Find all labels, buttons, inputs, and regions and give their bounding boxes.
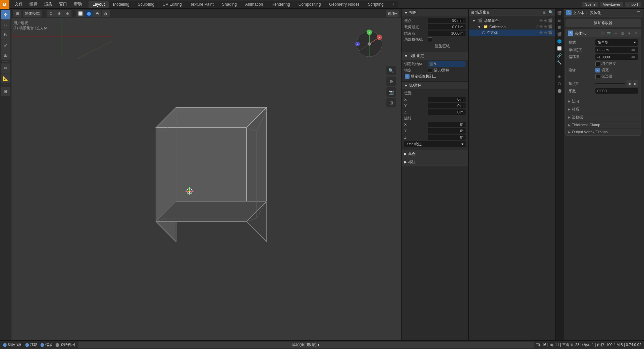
measure-tool[interactable]: 📐 (1, 73, 10, 83)
menu-file[interactable]: 文件 (12, 1, 25, 8)
viewport-3d[interactable]: ⊞ 物体模式 ⊙ ⊕ ⊛ ⬜ ⬤ ◓ ◑ 选项▾ (11, 9, 401, 340)
solidify-rim-check[interactable]: 仅边沿 (595, 74, 612, 79)
transform-tool[interactable]: ⊞ (1, 50, 10, 60)
scene-selector[interactable]: Scene (582, 2, 598, 7)
tab-layout[interactable]: Layout (89, 1, 109, 8)
tab-sculpting[interactable]: Sculpting (134, 1, 158, 8)
viewport-snap-btn[interactable]: ⊕ (55, 10, 63, 17)
tab-shading[interactable]: Shading (218, 1, 241, 8)
focal-length-value[interactable]: 50 mm (428, 18, 466, 23)
props-view-layer-btn[interactable]: ⊞ (556, 24, 562, 30)
props-constraints-btn[interactable]: 🔗 (556, 52, 562, 58)
cube-select-icon[interactable]: ⊙ (544, 31, 547, 35)
lock-3d-cursor-check[interactable]: 至3D游标 (428, 68, 449, 73)
solidify-factor-value[interactable]: 0.000 (595, 88, 638, 94)
solidify-expand-btn[interactable]: ▼ (627, 31, 632, 36)
cursor-rz-value[interactable]: 0° (428, 135, 466, 140)
vertex-arrow-left[interactable]: ◀ (627, 80, 632, 87)
outliner-cube-object[interactable]: ⬡ 立方体 👁 ⊙ 🎬 (469, 30, 555, 36)
solidify-rim-checkbox[interactable] (595, 74, 600, 79)
tab-rendering[interactable]: Rendering (267, 1, 294, 8)
n-panel-cursor-header[interactable]: ▼ 3D游标 (401, 82, 468, 89)
clip-start-value[interactable]: 0.01 m (428, 24, 466, 30)
outliner-scene-collection[interactable]: ▼ 🎬 场景集合 👁 ⊙ 🎬 (469, 17, 555, 24)
local-camera-toggle[interactable] (428, 37, 432, 42)
solidify-mode-dropdown[interactable]: 简单型 ▾ (595, 39, 638, 46)
collection-check-icon[interactable]: ✓ (535, 24, 538, 29)
outliner-search-icon[interactable]: 🔍 (548, 10, 553, 15)
import-button[interactable]: Import (625, 2, 641, 7)
n-panel-annotation-header[interactable]: ▶ 标注 (401, 158, 468, 166)
solidify-close-btn[interactable]: ✕ (633, 31, 639, 36)
add-tool[interactable]: ⊕ (1, 87, 10, 96)
lock-camera-checkbox[interactable]: ✓ (405, 74, 410, 79)
editor-type-btn[interactable]: ⊞ (13, 10, 21, 17)
cursor-rx-value[interactable]: 0° (428, 122, 466, 127)
material-btn[interactable]: ◓ (93, 10, 101, 17)
solidify-even-thickness-checkbox[interactable] (595, 61, 600, 66)
cursor-z-value[interactable]: 0 m (428, 109, 466, 115)
cube-visibility-icon[interactable]: 👁 (539, 31, 543, 35)
viewport-view-btn[interactable]: ⊙ (47, 10, 55, 17)
props-modifier-btn active[interactable]: 🔧 (556, 59, 562, 65)
props-data-btn[interactable]: ⬡ (556, 81, 562, 87)
props-particles-btn[interactable]: ⁖ (556, 66, 562, 72)
collection-render-icon[interactable]: 🎬 (548, 24, 553, 29)
n-panel-viewlock-header[interactable]: ▼ 视图锁定 (401, 52, 468, 60)
menu-edit[interactable]: 编辑 (27, 1, 40, 8)
solidify-vertex-group-input[interactable] (595, 83, 625, 84)
solidify-fill-check[interactable]: ✓ 填充 (595, 67, 609, 72)
tab-compositing[interactable]: Compositing (294, 1, 325, 8)
navigation-gizmo[interactable]: X Y Z (354, 29, 384, 59)
move-tool[interactable]: ↔ (1, 20, 10, 30)
thickness-clamp-section[interactable]: ▶ Thickness Clamp (566, 121, 641, 128)
tab-geometry-nodes[interactable]: Geometry Nodes (325, 1, 364, 8)
global-local-btn[interactable]: ⊛ (63, 10, 71, 17)
camera-gizmo[interactable]: 📷 (386, 87, 396, 97)
tab-animation[interactable]: Animation (241, 1, 267, 8)
rendered-btn[interactable]: ◑ (102, 10, 110, 17)
add-modifier-button[interactable]: 添加修改器 (566, 19, 641, 27)
props-physics-btn[interactable]: ⊕ (556, 73, 562, 80)
props-scene-btn[interactable]: 🎬 (556, 31, 562, 37)
lock-to-object-value[interactable]: ✎ (428, 61, 466, 67)
zoom-out-gizmo[interactable]: ⊖ (386, 77, 396, 86)
solidify-cage-btn[interactable]: ⊡ (620, 31, 625, 36)
solidify-render-btn[interactable]: 📷 (606, 31, 612, 36)
vertex-arrow-right[interactable]: ▶ (633, 80, 638, 87)
view-gizmo[interactable]: ⊞ (386, 98, 396, 107)
solidify-thickness-value[interactable]: 0.35 m ◀▶ (595, 47, 638, 53)
view-layer-selector[interactable]: ViewLayer (600, 2, 623, 7)
solidify-normals-section[interactable]: ▶ 法向 (566, 97, 641, 105)
cursor-y-value[interactable]: 0 m (428, 103, 466, 108)
menu-window[interactable]: 窗口 (56, 1, 70, 8)
annotate-tool[interactable]: ✏ (1, 63, 10, 73)
add-menu-button[interactable]: 添加(重用数据) ▾ (78, 342, 534, 348)
solidify-edge-data-section[interactable]: ▶ 边数据 (566, 113, 641, 121)
cube-render-icon[interactable]: 🎬 (548, 31, 553, 35)
overlay-btn[interactable]: 选项▾ (386, 10, 399, 17)
props-object-btn[interactable]: ⬜ (556, 45, 562, 51)
outliner-filter-icon[interactable]: ⊞ (542, 10, 546, 15)
solidify-even-thickness-check[interactable]: 均匀厚度 (595, 61, 616, 66)
cursor-x-value[interactable]: 0 m (428, 97, 466, 102)
n-panel-collection-header[interactable]: ▶ 集合 (401, 150, 468, 158)
cursor-tool[interactable]: ✛ (1, 10, 10, 19)
props-output-btn[interactable]: 🖨 (556, 17, 562, 23)
solid-btn[interactable]: ⬤ (85, 10, 93, 17)
solidify-fill-checkbox[interactable]: ✓ (595, 68, 600, 72)
3d-cube[interactable] (122, 87, 290, 255)
rotate-tool[interactable]: ↻ (1, 30, 10, 40)
xyz-euler-dropdown[interactable]: XYZ 欧拉 ▾ (404, 141, 466, 147)
scale-tool[interactable]: ⤢ (1, 40, 10, 50)
menu-render[interactable]: 渲染 (42, 1, 55, 8)
scene-render-icon[interactable]: 🎬 (548, 18, 553, 23)
wireframe-btn[interactable]: ⬜ (76, 10, 85, 17)
tab-uv-editing[interactable]: UV Editing (159, 1, 186, 8)
props-material-btn[interactable]: ⬤ (556, 88, 562, 94)
solidify-editmode-btn[interactable]: ✏ (613, 31, 619, 36)
tab-scripting[interactable]: Scripting (364, 1, 388, 8)
props-world-btn[interactable]: 🌐 (556, 38, 562, 44)
collection-select-icon[interactable]: ⊙ (544, 24, 547, 29)
scene-visibility-icon[interactable]: 👁 (539, 18, 543, 23)
